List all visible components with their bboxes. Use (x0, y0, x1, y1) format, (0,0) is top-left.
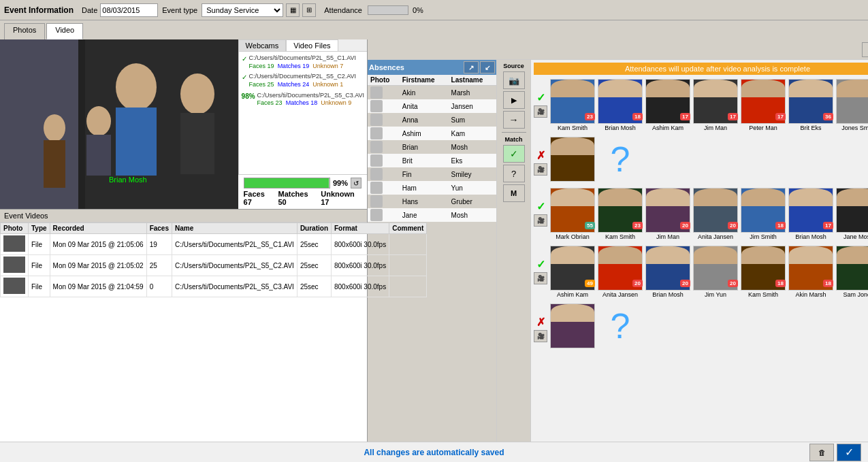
progress-icon-btn[interactable]: ↺ (351, 178, 361, 188)
face-item-r2-f3[interactable]: 20Anita Jansen (693, 188, 738, 240)
face-row-1: ✗🎥 ? (534, 137, 868, 182)
absences-export-btn[interactable]: ↗ (464, 61, 479, 73)
ev-col-faces: Faces (146, 223, 172, 234)
file-path-2: C:/Users/ti/Documents/P2L_S5_C2.AVI (249, 73, 356, 81)
face-item-r0-f5[interactable]: 36Brit Eks (788, 79, 833, 131)
icon-btn-2[interactable]: ⊞ (302, 3, 316, 17)
absences-actions: ↗ ↙ (464, 61, 495, 73)
face-item-r4-f1[interactable]: ? (598, 303, 643, 348)
people-row-3[interactable]: Ashim Kam (368, 127, 496, 140)
ev-col-photo: Photo (1, 223, 29, 234)
person-last-9: Mosh (449, 208, 496, 222)
person-last-2: Sum (449, 113, 496, 127)
delete-btn[interactable]: 🗑 (809, 444, 834, 461)
confirm-btn[interactable]: ✓ (837, 444, 861, 461)
ev-name-0: C:/Users/ti/Documents/P2L_S5_C1.AVI (172, 234, 297, 255)
event-videos-table: Photo Type Recorded Faces Name Duration … (0, 222, 427, 297)
person-first-9: Jane (400, 208, 449, 222)
face-item-r2-f1[interactable]: 23Kam Smith (598, 188, 643, 240)
video-preview: Brian Mosh (0, 39, 238, 209)
ev-row-3[interactable]: File Mon 09 Mar 2015 @ 21:04:59 0 C:/Use… (1, 276, 427, 297)
svg-rect-4 (116, 108, 157, 176)
unknown-val: 17 (321, 198, 329, 206)
face-name-r2-f1: Kam Smith (605, 233, 635, 240)
face-item-r0-f3[interactable]: 17Jim Man (693, 79, 738, 131)
app-title: Event Information (4, 5, 74, 15)
people-row-4[interactable]: Brian Mosh (368, 140, 496, 154)
tab-photos[interactable]: Photos (4, 23, 45, 39)
face-item-r3-f6[interactable]: 18Sam Jones (836, 246, 868, 298)
face-name-r3-f3: Jim Yun (705, 291, 726, 298)
ev-row-2[interactable]: File Mon 09 Mar 2015 @ 21:05:02 25 C:/Us… (1, 255, 427, 276)
face-item-r1-f1[interactable]: ? (598, 137, 643, 182)
face-item-r3-f4[interactable]: 18Kam Smith (741, 246, 786, 298)
inner-tabs: Webcams Video Files (238, 39, 367, 52)
match-question-btn[interactable]: ? (503, 165, 525, 182)
face-item-r3-f0[interactable]: 49Ashim Kam (550, 246, 595, 298)
bottom-bar: All changes are automatically saved 🗑 ✓ (0, 442, 868, 462)
face-thumb-r3-f6 (836, 246, 868, 291)
face-item-r2-f0[interactable]: 55Mark Obrian (550, 188, 595, 240)
arrow-right-btn[interactable]: → (503, 111, 525, 129)
icon-btn-1[interactable]: ▦ (286, 3, 300, 17)
face-item-r4-f0[interactable] (550, 303, 595, 349)
face-item-r0-f6[interactable]: 16Jones Smith (836, 79, 868, 131)
people-row-7[interactable]: Ham Yun (368, 181, 496, 195)
person-photo-6 (368, 167, 400, 181)
face-thumb-r4-f0 (550, 303, 595, 348)
face-item-r2-f2[interactable]: 20Jim Man (645, 188, 690, 240)
face-item-r3-f1[interactable]: 20Anita Jansen (598, 246, 643, 298)
people-row-6[interactable]: Fin Smiley (368, 167, 496, 181)
face-badge-r0-f4: 17 (775, 113, 786, 120)
face-item-r3-f2[interactable]: 20Brian Mosh (645, 246, 690, 298)
person-first-8: Hans (400, 195, 449, 208)
inner-tab-video-files[interactable]: Video Files (286, 39, 338, 51)
person-photo-7 (368, 181, 400, 195)
person-last-6: Smiley (449, 167, 496, 181)
ev-row-1[interactable]: File Mon 09 Mar 2015 @ 21:05:06 19 C:/Us… (1, 234, 427, 255)
ev-recorded-0: Mon 09 Mar 2015 @ 21:05:06 (50, 234, 146, 255)
face-item-r0-f1[interactable]: 18Brian Mosh (598, 79, 643, 131)
date-input[interactable] (100, 3, 158, 17)
video-source-btn[interactable]: ▶ (503, 91, 525, 109)
cam-icon-0: 🎥 (534, 105, 547, 118)
event-type-select[interactable]: Sunday Service (202, 3, 283, 17)
toolbar-export-btn[interactable]: ↗ (862, 42, 868, 57)
faces-val: 67 (244, 198, 252, 206)
absences-import-btn[interactable]: ↙ (480, 61, 495, 73)
face-item-r3-f3[interactable]: 20Jim Yun (693, 246, 738, 298)
face-item-r0-f4[interactable]: 17Peter Man (741, 79, 786, 131)
face-item-r2-f4[interactable]: 18Jim Smith (741, 188, 786, 240)
inner-tab-webcams[interactable]: Webcams (238, 39, 287, 51)
person-photo-3 (368, 127, 400, 140)
face-question-1-1: ? (598, 137, 643, 182)
people-row-2[interactable]: Anna Sum (368, 113, 496, 127)
event-type-label: Event type (162, 6, 197, 14)
face-item-r1-f0[interactable] (550, 137, 595, 182)
ev-name-2: C:/Users/ti/Documents/P2L_S5_C3.AVI (172, 276, 297, 297)
camera-source-btn[interactable]: 📷 (503, 71, 525, 89)
row-icon-0: ✓ (534, 91, 547, 104)
people-row-5[interactable]: Brit Eks (368, 154, 496, 167)
face-item-r2-f6[interactable]: 17Jane Mosh (836, 188, 868, 240)
match-ok-btn[interactable]: ✓ (503, 145, 525, 163)
face-item-r0-f0[interactable]: 23Kam Smith (550, 79, 595, 131)
row-icon-3: ✓ (534, 258, 547, 271)
people-row-0[interactable]: Akin Marsh (368, 86, 496, 100)
face-item-r3-f5[interactable]: 18Akin Marsh (788, 246, 833, 298)
face-item-r2-f5[interactable]: 17Brian Mosh (788, 188, 833, 240)
match-m-btn[interactable]: M (503, 184, 525, 202)
person-photo-9 (368, 208, 400, 222)
row-icon-1: ✗ (534, 149, 547, 162)
matches-val: 50 (278, 198, 286, 206)
face-name-r0-f2: Ashim Kam (652, 125, 684, 131)
face-item-r0-f2[interactable]: 17Ashim Kam (645, 79, 690, 131)
tab-video[interactable]: Video (46, 23, 83, 39)
people-row-1[interactable]: Anita Jansen (368, 99, 496, 113)
auto-save-text: All changes are automatically saved (364, 448, 504, 457)
people-row-8[interactable]: Hans Gruber (368, 195, 496, 208)
source-match-toolbar: Source 📷 ▶ → Match ✓ ? M (497, 60, 531, 462)
ev-col-type: Type (29, 223, 50, 234)
face-row-2: ✓🎥 55Mark Obrian 23Kam Smith 20Jim Man 2… (534, 188, 868, 240)
people-row-9[interactable]: Jane Mosh (368, 208, 496, 222)
